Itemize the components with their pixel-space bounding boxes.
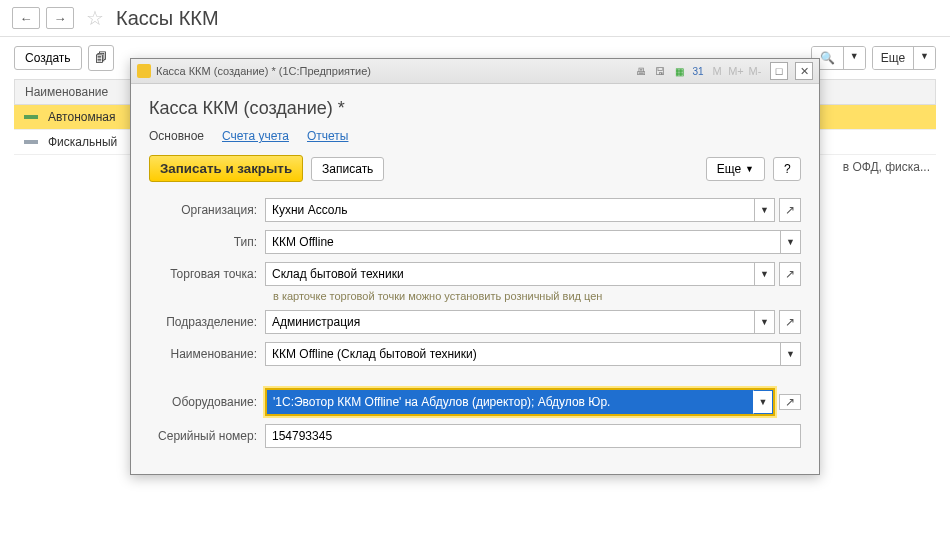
copy-icon: 🗐 [95, 51, 107, 65]
tab-accounts[interactable]: Счета учета [222, 129, 289, 143]
org-field[interactable] [265, 198, 755, 222]
favorite-star-icon[interactable]: ☆ [86, 6, 104, 30]
org-label: Организация: [149, 203, 265, 217]
chevron-down-icon: ▼ [914, 47, 935, 69]
open-icon: ↗ [785, 315, 795, 329]
dept-label: Подразделение: [149, 315, 265, 329]
point-open-button[interactable]: ↗ [779, 262, 801, 286]
list-item-label: Фискальный [48, 135, 117, 149]
nav-forward-button[interactable]: → [46, 7, 74, 29]
type-field[interactable] [265, 230, 781, 254]
point-hint: в карточке торговой точки можно установи… [273, 290, 801, 302]
print-icon[interactable]: 🖶 [633, 63, 649, 79]
save-close-button[interactable]: Записать и закрыть [149, 155, 303, 182]
dept-field[interactable] [265, 310, 755, 334]
more-dropdown[interactable]: Еще ▼ [872, 46, 936, 70]
open-icon: ↗ [785, 395, 795, 409]
modal-titlebar[interactable]: Касса ККМ (создание) * (1С:Предприятие) … [131, 59, 819, 84]
close-button[interactable]: ✕ [795, 62, 813, 80]
row-marker-icon [24, 140, 38, 144]
point-dropdown[interactable]: ▼ [755, 262, 775, 286]
tab-main[interactable]: Основное [149, 129, 204, 143]
type-dropdown[interactable]: ▼ [781, 230, 801, 254]
app-1c-icon [137, 64, 151, 78]
nav-back-button[interactable]: ← [12, 7, 40, 29]
org-open-button[interactable]: ↗ [779, 198, 801, 222]
calendar-icon[interactable]: ▦ [671, 63, 687, 79]
type-label: Тип: [149, 235, 265, 249]
name-field[interactable] [265, 342, 781, 366]
help-button[interactable]: ? [773, 157, 801, 181]
serial-label: Серийный номер: [149, 429, 265, 443]
name-dropdown[interactable]: ▼ [781, 342, 801, 366]
chevron-down-icon: ▼ [745, 164, 754, 174]
copy-button[interactable]: 🗐 [88, 45, 114, 71]
org-dropdown[interactable]: ▼ [755, 198, 775, 222]
tab-reports[interactable]: Отчеты [307, 129, 348, 143]
equip-dropdown[interactable]: ▼ [753, 390, 773, 414]
chevron-down-icon: ▼ [844, 47, 865, 69]
list-item-label: Автономная [48, 110, 116, 124]
create-button[interactable]: Создать [14, 46, 82, 70]
serial-field[interactable] [265, 424, 801, 448]
modal-heading: Касса ККМ (создание) * [149, 98, 801, 119]
more-button[interactable]: Еще ▼ [706, 157, 765, 181]
name-label: Наименование: [149, 347, 265, 361]
row-marker-icon [24, 115, 38, 119]
page-title: Кассы ККМ [116, 7, 219, 30]
more-label: Еще [717, 162, 741, 176]
point-field[interactable] [265, 262, 755, 286]
open-icon: ↗ [785, 203, 795, 217]
save-icon[interactable]: 🖫 [652, 63, 668, 79]
modal-kassa-kkm: Касса ККМ (создание) * (1С:Предприятие) … [130, 58, 820, 475]
point-label: Торговая точка: [149, 267, 265, 281]
modal-window-title: Касса ККМ (создание) * (1С:Предприятие) [156, 65, 371, 77]
open-icon: ↗ [785, 267, 795, 281]
more-label: Еще [873, 47, 914, 69]
dept-dropdown[interactable]: ▼ [755, 310, 775, 334]
bg-truncated-text: в ОФД, фиска... [843, 160, 930, 174]
equip-field[interactable] [267, 390, 753, 414]
m-button[interactable]: M [709, 63, 725, 79]
m-minus-button[interactable]: M- [747, 63, 763, 79]
dept-open-button[interactable]: ↗ [779, 310, 801, 334]
m-plus-button[interactable]: M+ [728, 63, 744, 79]
save-button[interactable]: Записать [311, 157, 384, 181]
calendar-31-icon[interactable]: 31 [690, 63, 706, 79]
equip-label: Оборудование: [149, 395, 265, 409]
equip-open-button[interactable]: ↗ [779, 394, 801, 410]
window-toggle-button[interactable]: □ [770, 62, 788, 80]
